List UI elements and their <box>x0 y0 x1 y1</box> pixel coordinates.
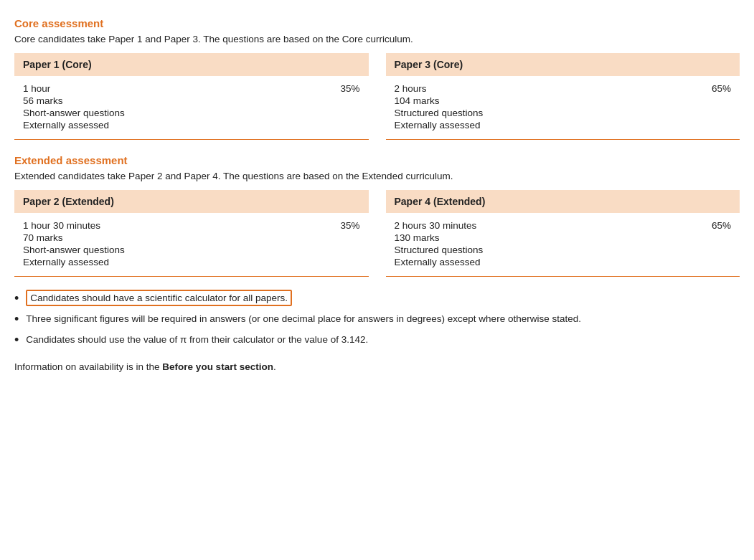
paper-2-duration: 1 hour 30 minutes <box>23 220 100 231</box>
paper-2-question-type: Short-answer questions <box>23 245 360 255</box>
bullet-text-2: Three significant figures will be requir… <box>26 312 740 326</box>
paper-3-duration-row: 2 hours 65% <box>395 83 732 94</box>
paper-3-core-body: 2 hours 65% 104 marks Structured questio… <box>386 76 740 139</box>
paper-4-marks: 130 marks <box>395 232 732 243</box>
paper-4-duration: 2 hours 30 minutes <box>395 220 477 231</box>
paper-1-percentage: 35% <box>340 83 359 94</box>
paper-1-core-box: Paper 1 (Core) 1 hour 35% 56 marks Short… <box>14 53 369 140</box>
core-assessment-section: Core assessment Core candidates take Pap… <box>14 17 740 140</box>
paper-3-marks: 104 marks <box>395 95 732 106</box>
bullet-3-suffix: from their calculator or the value of 3.… <box>187 334 368 345</box>
paper-2-assessment: Externally assessed <box>23 257 360 267</box>
paper-1-assessment: Externally assessed <box>23 120 360 130</box>
bullet-item-1: • Candidates should have a scientific ca… <box>14 291 740 308</box>
core-title: Core assessment <box>14 17 740 29</box>
bullet-text-1: Candidates should have a scientific calc… <box>26 291 740 305</box>
paper-1-core-body: 1 hour 35% 56 marks Short-answer questio… <box>14 76 369 139</box>
bullet-3-prefix: Candidates should use the value of <box>26 334 180 345</box>
bullet-dot-2: • <box>14 310 19 328</box>
paper-2-duration-row: 1 hour 30 minutes 35% <box>23 220 360 231</box>
paper-4-extended-box: Paper 4 (Extended) 2 hours 30 minutes 65… <box>386 190 740 277</box>
paper-4-percentage: 65% <box>712 220 731 231</box>
paper-1-question-type: Short-answer questions <box>23 108 360 118</box>
paper-4-question-type: Structured questions <box>395 245 732 255</box>
info-line: Information on availability is in the Be… <box>14 361 740 372</box>
paper-1-core-header: Paper 1 (Core) <box>14 53 369 76</box>
bullets-section: • Candidates should have a scientific ca… <box>14 291 740 350</box>
paper-2-extended-header: Paper 2 (Extended) <box>14 190 369 213</box>
bullet-item-3: • Candidates should use the value of π f… <box>14 333 740 349</box>
extended-assessment-section: Extended assessment Extended candidates … <box>14 154 740 277</box>
extended-title: Extended assessment <box>14 154 740 166</box>
paper-4-extended-body: 2 hours 30 minutes 65% 130 marks Structu… <box>386 213 740 276</box>
paper-1-duration: 1 hour <box>23 83 50 94</box>
info-suffix: . <box>273 361 276 372</box>
paper-1-marks: 56 marks <box>23 95 360 106</box>
core-description: Core candidates take Paper 1 and Paper 3… <box>14 34 740 44</box>
core-papers-grid: Paper 1 (Core) 1 hour 35% 56 marks Short… <box>14 53 740 140</box>
paper-2-extended-box: Paper 2 (Extended) 1 hour 30 minutes 35%… <box>14 190 369 277</box>
paper-3-core-header: Paper 3 (Core) <box>386 53 740 76</box>
paper-3-core-box: Paper 3 (Core) 2 hours 65% 104 marks Str… <box>386 53 740 140</box>
paper-2-extended-body: 1 hour 30 minutes 35% 70 marks Short-ans… <box>14 213 369 276</box>
paper-3-assessment: Externally assessed <box>395 120 732 130</box>
paper-3-duration: 2 hours <box>395 83 427 94</box>
info-prefix: Information on availability is in the <box>14 361 162 372</box>
bullet-item-2: • Three significant figures will be requ… <box>14 312 740 328</box>
info-bold: Before you start section <box>162 361 273 372</box>
paper-3-percentage: 65% <box>712 83 731 94</box>
extended-papers-grid: Paper 2 (Extended) 1 hour 30 minutes 35%… <box>14 190 740 277</box>
paper-1-duration-row: 1 hour 35% <box>23 83 360 94</box>
paper-3-question-type: Structured questions <box>395 108 732 118</box>
paper-4-assessment: Externally assessed <box>395 257 732 267</box>
paper-4-duration-row: 2 hours 30 minutes 65% <box>395 220 732 231</box>
bullet-3-symbol: π <box>180 334 187 345</box>
bullet-dot-1: • <box>14 290 19 308</box>
paper-4-extended-header: Paper 4 (Extended) <box>386 190 740 213</box>
highlighted-calculator-text: Candidates should have a scientific calc… <box>26 290 292 306</box>
bullet-text-3: Candidates should use the value of π fro… <box>26 333 740 347</box>
bullet-dot-3: • <box>14 331 19 349</box>
paper-2-marks: 70 marks <box>23 232 360 243</box>
extended-description: Extended candidates take Paper 2 and Pap… <box>14 171 740 181</box>
paper-2-percentage: 35% <box>340 220 359 231</box>
